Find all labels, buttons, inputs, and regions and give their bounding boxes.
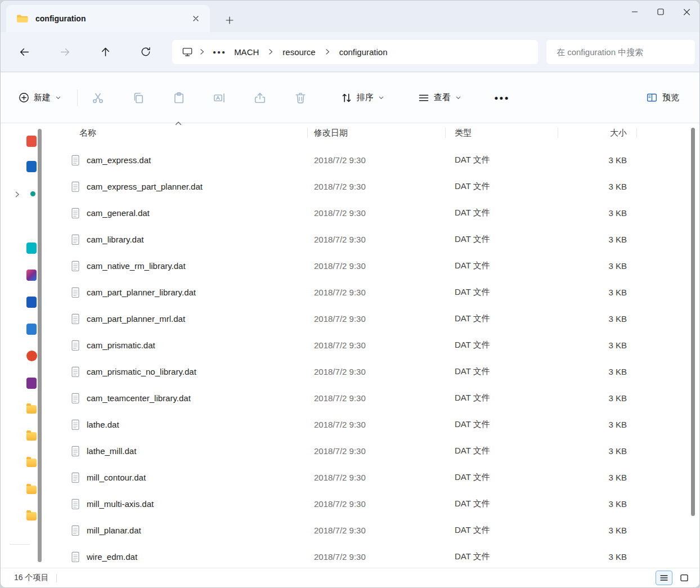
table-row[interactable]: mill_planar.dat 2018/7/2 9:30 DAT 文件 3 K… (50, 517, 685, 544)
sidebar-pinned-icon-folder4[interactable] (26, 486, 37, 494)
expand-pane-chevron-icon[interactable] (12, 189, 22, 199)
sidebar-pinned-icon-purple[interactable] (26, 378, 37, 389)
file-type: DAT 文件 (445, 385, 558, 411)
search-box (546, 40, 695, 64)
preview-pane-icon (647, 92, 657, 103)
more-options-button[interactable]: ●●● (490, 87, 514, 109)
sidebar-pinned-icon-red-circle[interactable] (26, 351, 37, 361)
sidebar-pinned-icon-blue[interactable] (26, 161, 37, 172)
search-input[interactable] (546, 47, 695, 57)
file-type: DAT 文件 (445, 253, 558, 279)
sidebar-pinned-icon-folder3[interactable] (26, 459, 37, 467)
dat-file-icon (70, 261, 80, 272)
details-view-button[interactable] (656, 571, 672, 585)
scrollbar-thumb[interactable] (691, 128, 695, 516)
vertical-scrollbar[interactable] (689, 125, 697, 564)
refresh-button[interactable] (133, 41, 158, 63)
paste-button[interactable] (167, 87, 191, 109)
table-row[interactable]: lathe.dat 2018/7/2 9:30 DAT 文件 3 KB (50, 411, 685, 438)
table-row[interactable]: cam_library.dat 2018/7/2 9:30 DAT 文件 3 K… (50, 226, 685, 253)
maximize-button[interactable] (648, 1, 674, 23)
rename-button[interactable] (207, 87, 232, 109)
breadcrumb-item-mach[interactable]: MACH (230, 45, 263, 59)
table-row[interactable]: mill_contour.dat 2018/7/2 9:30 DAT 文件 3 … (50, 464, 685, 491)
chevron-right-icon[interactable] (324, 48, 331, 56)
table-row[interactable]: cam_prismatic_no_library.dat 2018/7/2 9:… (50, 358, 685, 385)
tab-configuration[interactable]: configuration (6, 5, 210, 32)
tab-close-icon[interactable] (189, 11, 203, 26)
up-button[interactable] (93, 41, 118, 63)
column-separator[interactable] (445, 128, 446, 138)
new-tab-button[interactable] (221, 13, 238, 28)
file-name: cam_part_planner_library.dat (87, 288, 196, 297)
table-row[interactable]: cam_native_rm_library.dat 2018/7/2 9:30 … (50, 253, 685, 279)
chevron-right-icon[interactable] (198, 48, 206, 56)
dat-file-icon (70, 287, 80, 298)
share-button[interactable] (248, 87, 272, 109)
table-row[interactable]: wire_edm.dat 2018/7/2 9:30 DAT 文件 3 KB (50, 544, 685, 570)
breadcrumb-overflow-button[interactable]: ●●● (209, 47, 230, 57)
table-row[interactable]: cam_part_planner_library.dat 2018/7/2 9:… (50, 279, 685, 306)
file-type: DAT 文件 (445, 279, 558, 306)
column-header-size[interactable]: 大小 (558, 123, 636, 142)
sidebar-pinned-icon-folder2[interactable] (26, 432, 37, 441)
sidebar-scrollbar[interactable] (38, 129, 42, 562)
file-name: wire_edm.dat (87, 552, 137, 562)
table-row[interactable]: cam_express.dat 2018/7/2 9:30 DAT 文件 3 K… (50, 147, 685, 173)
cut-button[interactable] (86, 87, 110, 109)
breadcrumb-item-resource[interactable]: resource (278, 45, 320, 59)
close-button[interactable] (674, 1, 699, 23)
navigation-bar: ●●● MACH resource configuration (1, 32, 699, 72)
folder-icon (16, 14, 29, 24)
file-date: 2018/7/2 9:30 (307, 411, 445, 438)
column-separator[interactable] (636, 128, 637, 138)
chevron-down-icon (378, 95, 384, 101)
window-controls (622, 1, 699, 25)
circle-plus-icon (19, 92, 29, 103)
table-row[interactable]: lathe_mill.dat 2018/7/2 9:30 DAT 文件 3 KB (50, 438, 685, 464)
column-separator[interactable] (558, 128, 558, 138)
copy-button[interactable] (126, 87, 151, 109)
this-pc-icon[interactable] (182, 47, 192, 57)
sidebar-divider (10, 544, 30, 545)
file-size: 3 KB (558, 358, 636, 385)
sidebar-pinned-icon-teal-dot[interactable] (30, 191, 35, 196)
sidebar-pinned-icon-gradient[interactable] (26, 270, 37, 281)
column-header-date[interactable]: 修改日期 (307, 123, 445, 142)
table-row[interactable]: cam_express_part_planner.dat 2018/7/2 9:… (50, 173, 685, 200)
delete-button[interactable] (288, 87, 313, 109)
back-button[interactable] (12, 41, 37, 63)
table-row[interactable]: cam_general.dat 2018/7/2 9:30 DAT 文件 3 K… (50, 200, 685, 226)
forward-button[interactable] (52, 41, 77, 63)
file-size: 3 KB (558, 306, 636, 332)
sidebar-pinned-icon-folder1[interactable] (26, 405, 37, 414)
sidebar-pinned-icon-blue3[interactable] (26, 324, 37, 335)
sidebar-pinned-icon-folder5[interactable] (26, 512, 37, 520)
column-separator[interactable] (307, 128, 308, 138)
table-row[interactable]: cam_teamcenter_library.dat 2018/7/2 9:30… (50, 385, 685, 411)
breadcrumb-item-configuration[interactable]: configuration (335, 45, 392, 59)
minimize-button[interactable] (622, 1, 648, 23)
dat-file-icon (70, 340, 80, 351)
sidebar-pinned-icon-blue2[interactable] (26, 297, 37, 308)
table-row[interactable]: cam_prismatic.dat 2018/7/2 9:30 DAT 文件 3… (50, 332, 685, 358)
chevron-right-icon[interactable] (267, 48, 275, 56)
file-date: 2018/7/2 9:30 (307, 200, 445, 226)
large-icons-view-button[interactable] (676, 571, 693, 585)
sidebar-pinned-icon-cyan[interactable] (26, 243, 37, 254)
file-date: 2018/7/2 9:30 (307, 253, 445, 279)
column-header-type[interactable]: 类型 (445, 123, 558, 142)
new-button[interactable]: 新建 (13, 86, 67, 110)
sidebar-pinned-icon-red[interactable] (26, 136, 37, 147)
sort-button[interactable]: 排序 (335, 86, 390, 110)
file-size: 3 KB (558, 200, 636, 226)
column-header-row: 名称 修改日期 类型 大小 (50, 123, 685, 142)
file-name: cam_native_rm_library.dat (87, 261, 186, 271)
table-row[interactable]: cam_part_planner_mrl.dat 2018/7/2 9:30 D… (50, 306, 685, 332)
table-row[interactable]: mill_multi-axis.dat 2018/7/2 9:30 DAT 文件… (50, 491, 685, 517)
preview-button[interactable]: 预览 (640, 86, 686, 110)
chevron-down-icon (55, 95, 61, 101)
sort-button-label: 排序 (357, 92, 374, 103)
view-button[interactable]: 查看 (412, 86, 467, 110)
dat-file-icon (70, 155, 80, 166)
